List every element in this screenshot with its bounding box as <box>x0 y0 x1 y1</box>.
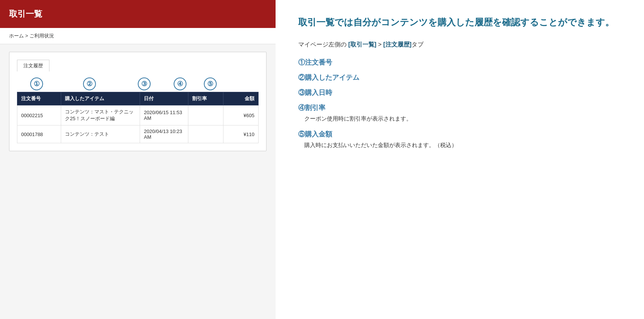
circle-3: ③ <box>138 77 151 90</box>
breadcrumb-current: ご利用状況 <box>29 33 54 39</box>
circle-1: ① <box>30 77 43 90</box>
header-order-num: 注文番号 <box>17 92 61 105</box>
circle-4: ④ <box>174 77 186 90</box>
circles-row: ① ② ③ ④ ⑤ <box>17 77 259 90</box>
cell-order-num: 00002215 <box>17 105 61 125</box>
cell-discount <box>188 125 223 143</box>
cell-date: 2020/06/15 11:53 AM <box>140 105 188 125</box>
feature-item: ⑤購入金額購入時にお支払いいただいた金額が表示されます。（税込） <box>298 130 621 150</box>
nav-link-history: [注文履歴] <box>383 41 411 48</box>
breadcrumb: ホーム > ご利用状況 <box>0 28 276 44</box>
header-date: 日付 <box>140 92 188 105</box>
cell-discount <box>188 105 223 125</box>
feature-title: ②購入したアイテム <box>298 73 621 82</box>
features-container: ①注文番号②購入したアイテム③購入日時④割引率クーポン使用時に割引率が表示されま… <box>298 58 621 150</box>
feature-item: ③購入日時 <box>298 88 621 97</box>
circle-5: ⑤ <box>204 77 217 90</box>
feature-title: ③購入日時 <box>298 88 621 97</box>
breadcrumb-separator: > <box>25 33 29 39</box>
header-discount: 割引率 <box>188 92 223 105</box>
page-title: 取引一覧 <box>9 8 267 20</box>
feature-title: ⑤購入金額 <box>298 130 621 139</box>
feature-item: ①注文番号 <box>298 58 621 67</box>
right-panel: 取引一覧では自分がコンテンツを購入した履歴を確認することができます。 マイページ… <box>276 0 644 319</box>
content-area: 注文履歴 ① ② ③ ④ ⑤ 注文番号 <box>9 52 267 151</box>
breadcrumb-home[interactable]: ホーム <box>9 33 24 39</box>
nav-link-transaction: [取引一覧] <box>348 41 376 48</box>
page-header: 取引一覧 <box>0 0 276 28</box>
cell-item: コンテンツ：マスト・テクニック25！スノーボード編 <box>61 105 140 125</box>
order-table-wrapper: 注文番号 購入したアイテム 日付 割引率 金額 00002215 コンテンツ：マ… <box>17 92 259 143</box>
circle-2: ② <box>83 77 96 90</box>
cell-price: ¥605 <box>223 105 259 125</box>
feature-item: ④割引率クーポン使用時に割引率が表示されます。 <box>298 103 621 124</box>
nav-hint: マイページ左側の [取引一覧] > [注文履歴]タブ <box>298 41 621 49</box>
cell-date: 2020/04/13 10:23 AM <box>140 125 188 143</box>
cell-item: コンテンツ：テスト <box>61 125 140 143</box>
header-price: 金額 <box>223 92 259 105</box>
cell-order-num: 00001788 <box>17 125 61 143</box>
table-row: 00002215 コンテンツ：マスト・テクニック25！スノーボード編 2020/… <box>17 105 259 125</box>
feature-title: ④割引率 <box>298 103 621 112</box>
table-row: 00001788 コンテンツ：テスト 2020/04/13 10:23 AM ¥… <box>17 125 259 143</box>
feature-desc: 購入時にお支払いいただいた金額が表示されます。（税込） <box>298 140 621 150</box>
tab-order-history[interactable]: 注文履歴 <box>17 60 49 71</box>
tab-bar: 注文履歴 <box>17 60 259 71</box>
feature-item: ②購入したアイテム <box>298 73 621 82</box>
cell-price: ¥110 <box>223 125 259 143</box>
left-panel: 取引一覧 ホーム > ご利用状況 注文履歴 ① ② ③ ④ ⑤ <box>0 0 276 319</box>
header-item: 購入したアイテム <box>61 92 140 105</box>
order-table: 注文番号 購入したアイテム 日付 割引率 金額 00002215 コンテンツ：マ… <box>17 92 259 143</box>
feature-title: ①注文番号 <box>298 58 621 67</box>
feature-desc: クーポン使用時に割引率が表示されます。 <box>298 114 621 124</box>
intro-text: 取引一覧では自分がコンテンツを購入した履歴を確認することができます。 <box>298 15 621 29</box>
